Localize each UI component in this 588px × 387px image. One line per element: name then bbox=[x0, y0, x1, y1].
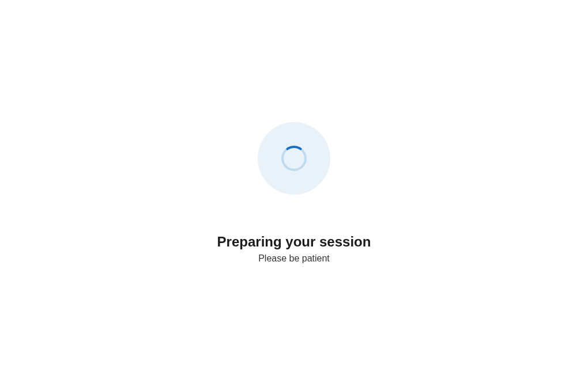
loading-container: Preparing your session Please be patient bbox=[217, 122, 371, 264]
loading-spinner-icon bbox=[280, 144, 308, 173]
svg-point-0 bbox=[282, 147, 306, 170]
spinner-background-circle bbox=[258, 122, 330, 195]
loading-subtext: Please be patient bbox=[258, 253, 330, 264]
loading-heading: Preparing your session bbox=[217, 234, 371, 250]
